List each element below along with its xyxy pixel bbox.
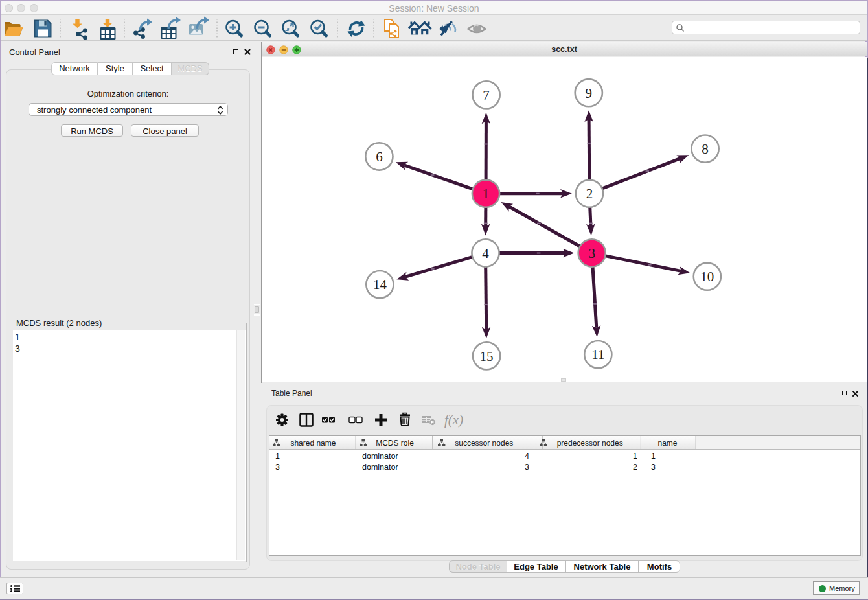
svg-text:name: name [657,439,677,448]
svg-text:2: 2 [633,463,637,472]
svg-text:3: 3 [651,463,656,472]
svg-text:8: 8 [702,141,709,157]
svg-text:3: 3 [275,463,280,472]
svg-text:11: 11 [591,347,604,362]
svg-text:dominator: dominator [362,452,398,461]
svg-text:shared name: shared name [290,439,336,448]
svg-text:15: 15 [480,349,494,364]
svg-text:f(x): f(x) [444,412,463,428]
svg-text:4: 4 [525,452,529,461]
svg-text:10: 10 [700,269,714,284]
svg-text:1: 1 [633,452,637,461]
svg-text:3: 3 [588,246,595,261]
svg-text:2: 2 [586,186,593,202]
svg-text:7: 7 [483,87,490,103]
svg-text:6: 6 [376,149,383,165]
svg-text:dominator: dominator [362,463,398,472]
svg-text:1: 1 [651,452,656,461]
svg-text:9: 9 [586,86,593,101]
svg-text:3: 3 [525,463,529,472]
svg-text:4: 4 [482,246,489,261]
svg-text:1: 1 [275,452,280,461]
svg-text:successor nodes: successor nodes [455,439,513,448]
svg-text:predecessor nodes: predecessor nodes [557,439,623,448]
svg-text:1: 1 [483,186,490,202]
svg-text:MCDS role: MCDS role [376,439,414,448]
svg-text:14: 14 [373,277,387,292]
